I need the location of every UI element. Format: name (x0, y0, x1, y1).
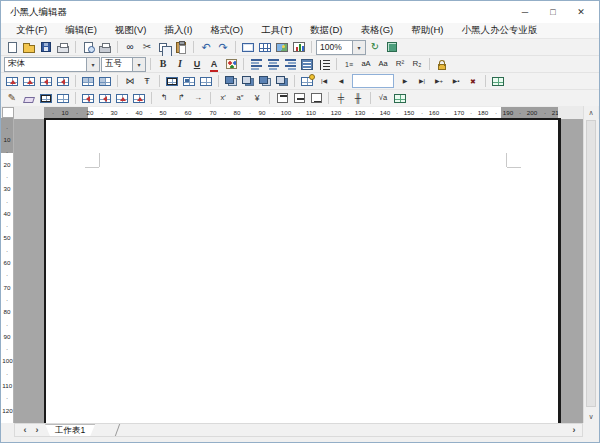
font-family-select[interactable]: 宋体▾ (4, 57, 100, 72)
valign-top-button[interactable] (274, 91, 290, 106)
next-cell-button[interactable]: → (190, 91, 206, 106)
justify-button[interactable] (299, 57, 315, 72)
currency-symbol-button[interactable]: ¥ (249, 91, 265, 106)
split-cells-button[interactable]: Ŧ (139, 74, 155, 89)
font-size-select[interactable]: 五号▾ (101, 57, 146, 72)
new-document-button[interactable] (4, 40, 20, 55)
distribute-columns-button[interactable]: ╫ (350, 91, 366, 106)
print-setup-button[interactable] (55, 40, 71, 55)
insert-frame-button[interactable] (240, 40, 256, 55)
distribute-rows-button[interactable]: ╪ (333, 91, 349, 106)
insert-row-above-button[interactable] (4, 74, 20, 89)
bring-forward-button[interactable] (257, 74, 273, 89)
grow-font-button[interactable]: aA (358, 57, 374, 72)
table-properties-button[interactable] (164, 74, 180, 89)
menu-table[interactable]: 表格(G) (352, 24, 403, 37)
align-right-button[interactable] (282, 57, 298, 72)
split-cell-down-button[interactable] (131, 91, 147, 106)
split-cell-up-button[interactable] (114, 91, 130, 106)
scroll-up-icon[interactable]: ∧ (584, 106, 598, 119)
align-left-button[interactable] (248, 57, 264, 72)
menu-pro-edition[interactable]: 小黑人办公专业版 (452, 24, 546, 37)
menu-insert[interactable]: 插入(I) (155, 24, 201, 37)
vertical-scrollbar-thumb[interactable] (586, 120, 596, 407)
vertical-scrollbar[interactable]: ∧ ∨ (583, 106, 598, 423)
insert-chart-button[interactable] (291, 40, 307, 55)
vertical-ruler[interactable]: ·10·20·30·40·50·60·70·80·90·100·110·120· (1, 118, 14, 423)
last-record-button[interactable]: ▶| (414, 74, 430, 89)
italic-button[interactable]: I (172, 57, 188, 72)
print-preview-button[interactable] (80, 40, 96, 55)
menu-edit[interactable]: 编辑(E) (56, 24, 106, 37)
first-record-button[interactable]: |◀ (316, 74, 332, 89)
draw-table-button[interactable]: ✎ (4, 91, 20, 106)
eraser-button[interactable] (21, 91, 37, 106)
grid-settings-button[interactable] (198, 74, 214, 89)
outside-border-button[interactable] (38, 91, 54, 106)
sheet-next-button[interactable]: › (31, 424, 43, 436)
save-button[interactable] (38, 40, 54, 55)
shrink-font-button[interactable]: Aa (375, 57, 391, 72)
split-cell-left-button[interactable] (80, 91, 96, 106)
delete-record-button[interactable]: ✖ (465, 74, 481, 89)
menu-file[interactable]: 文件(F) (7, 24, 56, 37)
font-color-button[interactable]: A (206, 57, 222, 72)
new-record-button[interactable] (299, 74, 315, 89)
menu-view[interactable]: 视图(V) (106, 24, 156, 37)
merge-cells-button[interactable]: ⋈ (122, 74, 138, 89)
send-to-back-button[interactable] (240, 74, 256, 89)
cut-button[interactable]: ✂ (139, 40, 155, 55)
highlight-color-button[interactable] (223, 57, 239, 72)
hscroll-right-button[interactable]: › (568, 424, 580, 436)
open-button[interactable] (21, 40, 37, 55)
ruler-corner-box[interactable] (2, 107, 14, 118)
select-column-button[interactable] (97, 74, 113, 89)
refresh-button[interactable]: ↻ (367, 40, 383, 55)
insert-column-left-button[interactable] (38, 74, 54, 89)
sheet-prev-button[interactable]: ‹ (19, 424, 31, 436)
undo-button[interactable]: ↶ (198, 40, 214, 55)
paste-button[interactable] (173, 40, 189, 55)
all-borders-button[interactable] (55, 91, 71, 106)
formula-button[interactable]: √a (375, 91, 391, 106)
bold-button[interactable]: B (155, 57, 171, 72)
zoom-select[interactable]: 100%▾ (316, 40, 366, 55)
menu-tools[interactable]: 工具(T) (252, 24, 301, 37)
insert-column-right-button[interactable] (55, 74, 71, 89)
subscript-button[interactable]: R₂ (409, 57, 425, 72)
protect-document-button[interactable] (434, 57, 450, 72)
line-spacing-button[interactable] (316, 57, 332, 72)
scroll-down-icon[interactable]: ∨ (584, 410, 598, 423)
menu-format[interactable]: 格式(O) (201, 24, 252, 37)
record-number-input[interactable] (352, 74, 394, 88)
insert-picture-button[interactable] (274, 40, 290, 55)
numbering-button[interactable]: 1≡ (341, 57, 357, 72)
superscript-text-button[interactable]: x′ (215, 91, 231, 106)
insert-record-button[interactable]: ▶+ (431, 74, 447, 89)
font-size-select-dropdown-icon[interactable]: ▾ (132, 58, 145, 71)
select-row-button[interactable] (80, 74, 96, 89)
zoom-select-dropdown-icon[interactable]: ▾ (352, 41, 365, 54)
document-page[interactable] (44, 118, 561, 423)
find-button[interactable]: ∞ (122, 40, 138, 55)
print-button[interactable] (97, 40, 113, 55)
split-cell-right-button[interactable] (97, 91, 113, 106)
maximize-button[interactable]: □ (539, 1, 567, 23)
close-button[interactable]: ✕ (567, 1, 595, 23)
insert-below-button[interactable]: ↱ (173, 91, 189, 106)
annotation-text-button[interactable]: a″ (232, 91, 248, 106)
align-center-button[interactable] (265, 57, 281, 72)
valign-middle-button[interactable] (291, 91, 307, 106)
copy-button[interactable] (156, 40, 172, 55)
cell-properties-button[interactable] (181, 74, 197, 89)
save-record-button[interactable]: ▶▪ (448, 74, 464, 89)
bring-to-front-button[interactable] (223, 74, 239, 89)
insert-above-button[interactable]: ↰ (156, 91, 172, 106)
next-record-button[interactable]: ▶ (397, 74, 413, 89)
refresh-data-button[interactable] (384, 40, 400, 55)
superscript-button[interactable]: R² (392, 57, 408, 72)
previous-record-button[interactable]: ◀ (333, 74, 349, 89)
minimize-button[interactable]: ─ (511, 1, 539, 23)
underline-button[interactable]: U (189, 57, 205, 72)
font-family-select-dropdown-icon[interactable]: ▾ (86, 58, 99, 71)
